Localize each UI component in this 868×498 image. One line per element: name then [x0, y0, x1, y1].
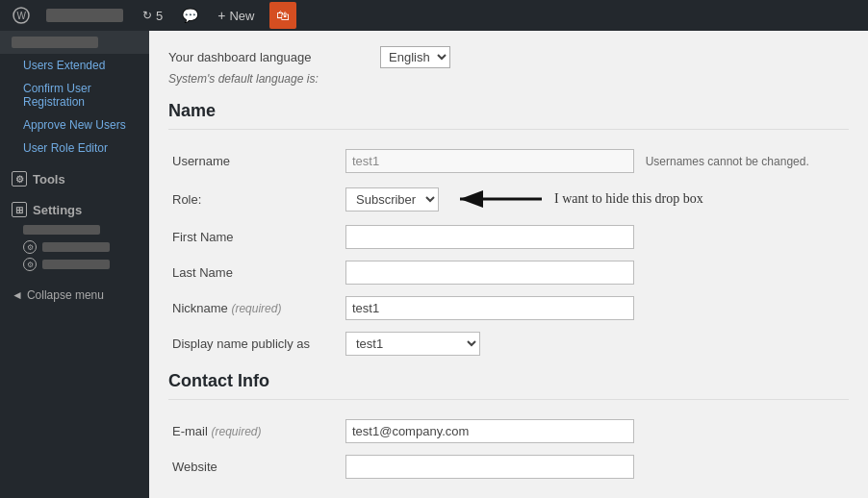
arrow-annotation: I want to hide this drop box [450, 185, 703, 213]
sidebar-item-user-role[interactable]: User Role Editor [0, 137, 149, 160]
lastname-input[interactable] [345, 261, 634, 285]
role-label: Role: [168, 179, 342, 219]
displayname-select[interactable]: test1 [345, 332, 480, 356]
username-note: Usernames cannot be changed. [646, 155, 809, 168]
email-field-cell [342, 413, 849, 449]
website-input[interactable] [345, 455, 634, 479]
site-name-bar[interactable] [38, 0, 131, 31]
nickname-input[interactable] [345, 296, 634, 320]
collapse-menu-label: Collapse menu [27, 288, 104, 302]
arrow-icon [450, 185, 547, 213]
role-field-cell: Subscriber [342, 179, 849, 219]
displayname-row: Display name publicly as test1 [168, 326, 849, 361]
firstname-label: First Name [168, 219, 342, 255]
annotation-text: I want to hide this drop box [554, 190, 703, 208]
displayname-label: Display name publicly as [168, 326, 342, 361]
name-form-table: Username Usernames cannot be changed. Ro… [168, 143, 849, 361]
website-field-cell [342, 449, 849, 485]
lastname-field-cell [342, 255, 849, 290]
email-label: E-mail (required) [168, 413, 342, 449]
new-content-item[interactable]: + New [210, 0, 262, 31]
collapse-arrow-icon: ◄ [12, 288, 23, 302]
settings-section: ⊞ Settings ⚙ ⚙ [0, 194, 149, 273]
role-row-content: Subscriber [345, 185, 845, 213]
lang-note: System's default language is: [168, 72, 849, 86]
plus-icon: + [217, 8, 225, 23]
comment-bubble-icon: 💬 [182, 8, 198, 23]
contact-form-table: E-mail (required) Website [168, 413, 849, 485]
firstname-row: First Name [168, 219, 849, 255]
sidebar-item-confirm-user[interactable]: Confirm User Registration [0, 77, 149, 113]
role-row: Role: Subscriber [168, 179, 849, 219]
language-row: Your dashboard language English [168, 46, 849, 68]
wp-layout: Users Extended Confirm User Registration… [0, 31, 868, 498]
wp-logo[interactable]: W [8, 0, 35, 31]
svg-text:W: W [17, 11, 27, 21]
contact-section-heading: Contact Info [168, 371, 849, 400]
username-label: Username [168, 143, 342, 179]
lastname-label: Last Name [168, 255, 342, 290]
nickname-field-cell [342, 290, 849, 326]
tools-label: Tools [33, 172, 65, 187]
bag-icon[interactable]: 🛍 [269, 2, 296, 29]
tools-icon: ⚙ [12, 171, 27, 187]
sidebar-item-approve-new[interactable]: Approve New Users [0, 113, 149, 137]
email-required: (required) [211, 425, 261, 438]
displayname-select-wrapper: test1 [345, 332, 845, 356]
settings-icon: ⊞ [12, 202, 27, 217]
admin-menu: Users Extended Confirm User Registration… [0, 31, 149, 498]
email-row: E-mail (required) [168, 413, 849, 449]
refresh-icon: ↻ [142, 9, 152, 22]
gear-icon-1: ⚙ [23, 240, 37, 254]
sidebar-item-users-extended[interactable]: Users Extended [0, 54, 149, 77]
username-row: Username Usernames cannot be changed. [168, 143, 849, 179]
role-select[interactable]: Subscriber [345, 187, 439, 212]
name-section-heading: Name [168, 101, 849, 130]
username-input[interactable] [345, 149, 634, 173]
tools-section: ⚙ Tools [0, 163, 149, 190]
lastname-row: Last Name [168, 255, 849, 290]
tools-menu-item[interactable]: ⚙ Tools [0, 163, 149, 190]
settings-menu-item[interactable]: ⊞ Settings [0, 194, 149, 221]
lang-select-wrapper: English [380, 46, 450, 68]
updates-count: 5 [156, 9, 163, 23]
new-label: New [229, 9, 254, 23]
admin-bar: W ↻ 5 💬 + New 🛍 [0, 0, 868, 31]
website-label: Website [168, 449, 342, 485]
nickname-label: Nickname (required) [168, 290, 342, 326]
website-row: Website [168, 449, 849, 485]
email-input[interactable] [345, 419, 634, 443]
nickname-required: (required) [231, 302, 281, 315]
username-field-cell: Usernames cannot be changed. [342, 143, 849, 179]
comments-item[interactable]: 💬 [174, 0, 206, 31]
gear-icon-2: ⚙ [23, 258, 37, 271]
updates-item[interactable]: ↻ 5 [135, 0, 170, 31]
firstname-input[interactable] [345, 225, 634, 249]
nickname-row: Nickname (required) [168, 290, 849, 326]
language-select[interactable]: English [380, 46, 450, 68]
current-user-menu[interactable] [0, 31, 149, 54]
lang-label: Your dashboard language [168, 50, 380, 64]
firstname-field-cell [342, 219, 849, 255]
main-content: Your dashboard language English System's… [149, 31, 868, 498]
displayname-field-cell: test1 [342, 326, 849, 361]
settings-label: Settings [33, 203, 82, 217]
collapse-menu-button[interactable]: ◄ Collapse menu [0, 281, 149, 310]
